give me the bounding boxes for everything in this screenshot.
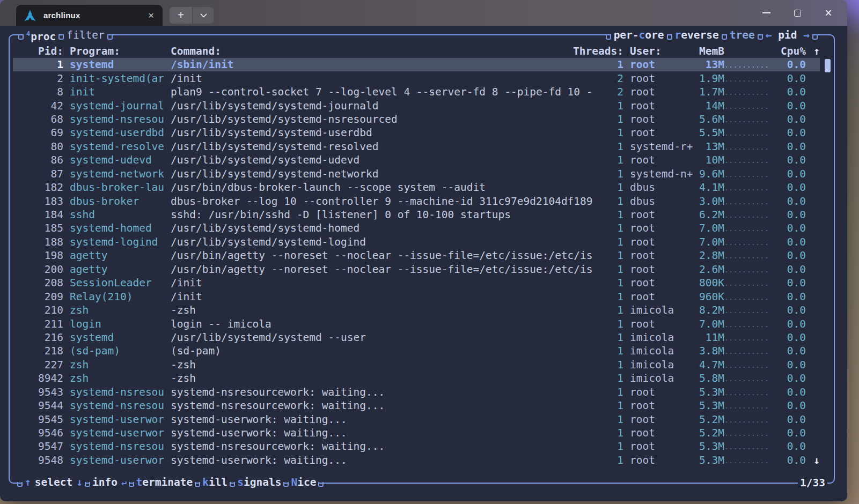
cell-program: sshd [70,209,164,221]
process-row[interactable]: 9547 systemd-nsresou systemd-nsresourcew… [13,440,820,453]
process-row[interactable]: 80 systemd-resolve /usr/lib/systemd/syst… [13,140,820,153]
cell-program: systemd-userwor [70,413,164,426]
cell-program: zsh [70,359,164,371]
kill-button[interactable]: kill [200,476,230,489]
header-user[interactable]: User: [630,45,693,57]
cell-user: systemd-n+ [630,168,693,180]
process-row[interactable]: 87 systemd-network /usr/lib/systemd/syst… [13,167,820,181]
new-tab-button[interactable]: + [170,7,192,24]
cpu-mini-graph: .......... [724,88,768,97]
header-pid[interactable]: Pid: [13,45,63,57]
cell-cpu: 0.0 [768,86,806,98]
process-row[interactable]: 9544 systemd-nsresou systemd-nsresourcew… [13,399,820,412]
cell-program: systemd-userwor [70,454,164,466]
cpu-mini-graph: .......... [724,211,768,219]
process-row[interactable]: 210 zsh -zsh 1 imicola 8.2M .......... 0… [13,303,820,317]
cell-cpu: 0.0 [768,413,806,426]
process-row[interactable]: 8 init plan9 --control-socket 7 --log-le… [13,85,820,99]
terminal-tab[interactable]: archlinux × [16,5,163,26]
process-row[interactable]: 208 SessionLeader /init 1 root 800K ....… [13,276,820,290]
cell-mem: 7.0M [693,222,724,234]
process-row[interactable]: 188 systemd-logind /usr/lib/systemd/syst… [13,235,820,249]
cell-user: root [630,454,693,466]
cell-user: root [630,386,693,398]
header-cpu[interactable]: Cpu% [768,45,806,57]
process-row[interactable]: 9546 systemd-userwor systemd-userwork: w… [13,426,820,440]
process-row[interactable]: 218 (sd-pam) (sd-pam) 1 imicola 3.8M ...… [13,344,820,358]
cell-program: Relay(210) [70,291,164,303]
cell-user: imicola [630,304,693,316]
process-row[interactable]: 9545 systemd-userwor systemd-userwork: w… [13,412,820,426]
signals-button[interactable]: signals [235,476,283,489]
cell-cpu: 0.0 [768,72,806,85]
process-row[interactable]: 182 dbus-broker-lau /usr/bin/dbus-broker… [13,181,820,194]
cell-program: agetty [70,263,164,276]
cell-program: dbus-broker [70,195,164,207]
cell-threads: 1 [605,413,623,426]
header-threads[interactable]: Threads: [573,45,623,57]
minimize-button[interactable] [751,0,782,26]
cpu-mini-graph: .......... [724,102,768,110]
cell-cpu: 0.0 [768,113,806,125]
process-row[interactable]: 2 init-systemd(ar /init 2 root 1.9M ....… [13,71,820,85]
process-row[interactable]: 200 agetty /usr/bin/agetty --noreset --n… [13,263,820,276]
process-row[interactable]: 86 systemd-udevd /usr/lib/systemd/system… [13,153,820,167]
cell-cpu: 0.0 [768,168,806,180]
cell-threads: 1 [605,58,623,71]
process-row[interactable]: 227 zsh -zsh 1 imicola 4.7M .......... 0… [13,358,820,372]
process-row[interactable]: 209 Relay(210) /init 1 root 960K .......… [13,290,820,303]
cell-command: /usr/lib/systemd/systemd-resolved [171,140,605,153]
cell-cpu: 0.0 [768,195,806,207]
process-row[interactable]: 9543 systemd-nsresou systemd-nsresourcew… [13,386,820,399]
arrow-up-icon: ↑ [25,476,31,489]
cell-mem: 5.5M [693,127,724,139]
cell-cpu: 0.0 [768,454,806,466]
cell-program: systemd-logind [70,236,164,248]
scroll-up-icon[interactable]: ↑ [806,45,820,57]
tab-dropdown-button[interactable] [193,7,214,24]
cell-command: systemd-userwork: waiting... [171,454,605,466]
proc-box: 4proc filter per-core reverse tree ← pid… [9,34,835,484]
cell-threads: 1 [605,113,623,125]
header-command[interactable]: Command: [171,45,221,57]
process-row[interactable]: 1 systemd /sbin/init 1 root 13M ........… [13,58,820,71]
header-mem[interactable]: MemB [693,45,724,57]
cell-user: root [630,72,693,85]
process-row[interactable]: 185 systemd-homed /usr/lib/systemd/syste… [13,221,820,235]
cell-pid: 209 [13,291,63,303]
scroll-down-icon[interactable]: ↓ [806,454,820,466]
cell-mem: 5.3M [693,399,724,412]
cell-cpu: 0.0 [768,222,806,234]
cell-command: /usr/lib/systemd/systemd-nsresourced [171,113,605,125]
nice-button[interactable]: Nice [289,476,318,489]
cpu-mini-graph: .......... [724,416,768,424]
process-row[interactable]: 69 systemd-userdbd /usr/lib/systemd/syst… [13,126,820,139]
cell-pid: 185 [13,222,63,234]
scrollbar-thumb[interactable] [825,59,831,72]
close-button[interactable]: × [813,0,844,26]
terminate-button[interactable]: terminate [134,476,195,489]
select-button[interactable]: ↑select↓ [23,476,85,489]
cell-user: root [630,399,693,412]
process-row[interactable]: 9548 systemd-userwor systemd-userwork: w… [13,454,820,467]
process-table-header: Pid: Program: Command: Threads: User: Me… [13,44,820,58]
process-row[interactable]: 216 systemd /usr/lib/systemd/systemd --u… [13,331,820,344]
tab-close-icon[interactable]: × [146,10,156,20]
cell-pid: 1 [13,58,63,71]
process-row[interactable]: 42 systemd-journal /usr/lib/systemd/syst… [13,99,820,112]
process-row[interactable]: 68 systemd-nsresou /usr/lib/systemd/syst… [13,113,820,126]
cell-mem: 5.2M [693,413,724,426]
process-row[interactable]: 183 dbus-broker dbus-broker --log 10 --c… [13,194,820,207]
maximize-button[interactable] [782,0,813,26]
cell-mem: 8.2M [693,304,724,316]
header-program[interactable]: Program: [70,45,164,57]
cpu-mini-graph: .......... [724,347,768,355]
info-button[interactable]: info↵ [90,476,129,489]
process-row[interactable]: 8942 zsh -zsh 1 imicola 5.8M .......... … [13,372,820,385]
process-row[interactable]: 211 login login -- imicola 1 root 7.0M .… [13,317,820,330]
process-row[interactable]: 198 agetty /usr/bin/agetty --noreset --n… [13,249,820,262]
cell-pid: 9544 [13,399,63,412]
process-row[interactable]: 184 sshd sshd: /usr/bin/sshd -D [listene… [13,208,820,221]
titlebar[interactable]: archlinux × + × [0,0,847,26]
cell-pid: 218 [13,345,63,357]
